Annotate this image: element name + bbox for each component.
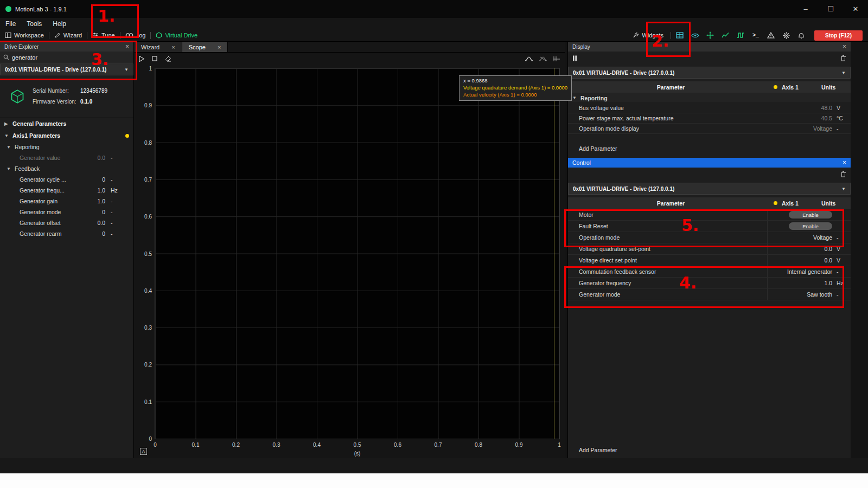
- tune-button[interactable]: Tune: [87, 32, 120, 38]
- row-operation-mode-display[interactable]: Operation mode display Voltage -: [568, 124, 851, 134]
- general-parameters-label: General Parameters: [12, 120, 66, 127]
- warning-icon[interactable]: [764, 30, 777, 40]
- menu-file[interactable]: File: [0, 20, 21, 28]
- drive-explorer-header: Drive Explorer ×: [0, 42, 133, 52]
- close-button[interactable]: ✕: [843, 0, 868, 18]
- scope-cursor-line: [554, 68, 554, 439]
- terminal-icon[interactable]: >_: [749, 30, 762, 40]
- row-commutation-feedback-sensor[interactable]: Commutation feedback sensor Internal gen…: [568, 266, 851, 278]
- drive-select-dropdown[interactable]: 0x01 VIRTUAL-DRIVE - Drive (127.0.0.1) ▼: [0, 63, 133, 75]
- param-generator-frequency[interactable]: Generator frequ... 1.0 Hz: [0, 185, 133, 196]
- clear-eraser-icon[interactable]: [165, 56, 171, 62]
- table-widget-icon[interactable]: [673, 30, 686, 40]
- chevron-down-icon: ▼: [572, 95, 577, 100]
- wizard-pen-icon: [54, 32, 61, 38]
- x-tick: 0.7: [435, 442, 442, 448]
- control-widget-header[interactable]: Control ×: [568, 158, 851, 168]
- row-bus-voltage-value[interactable]: Bus voltage value 48.0 V: [568, 103, 851, 113]
- minimize-button[interactable]: –: [793, 0, 818, 18]
- scope-chart-icon[interactable]: [719, 30, 732, 40]
- jog-button[interactable]: Jog: [120, 32, 151, 38]
- scope-toolbar: [135, 53, 565, 65]
- menu-help[interactable]: Help: [47, 20, 72, 28]
- pause-icon[interactable]: [572, 55, 577, 61]
- tune-sliders-icon: [92, 32, 99, 38]
- search-icon: [3, 54, 9, 60]
- row-power-stage-temperature[interactable]: Power stage max. actual temperature 40.5…: [568, 113, 851, 124]
- tab-wizard-close-icon[interactable]: ×: [171, 44, 175, 50]
- param-generator-gain[interactable]: Generator gain 1.0 -: [0, 196, 133, 207]
- workspace-button[interactable]: Workspace: [0, 32, 49, 38]
- tree-general-parameters[interactable]: ▶ General Parameters: [0, 118, 133, 130]
- control-drive-dropdown[interactable]: 0x01 VIRTUAL-DRIVE - Drive (127.0.0.1) ▼: [568, 183, 851, 195]
- bell-icon[interactable]: [795, 30, 808, 40]
- reporting-group-label: Reporting: [15, 144, 40, 150]
- drive-explorer-close-icon[interactable]: ×: [125, 43, 129, 50]
- display-table-header: Parameter Axis 1 Units: [568, 81, 851, 93]
- drive-info-rows: Serial Number: 123456789 Firmware Versio…: [33, 88, 107, 105]
- trash-icon[interactable]: [840, 171, 846, 177]
- tree-feedback-group[interactable]: ▼ Feedback: [0, 163, 133, 174]
- tab-scope-close-icon[interactable]: ×: [218, 44, 221, 50]
- tab-bar: Wizard × Scope ×: [135, 42, 565, 53]
- x-tick: 0.5: [354, 442, 361, 448]
- tab-wizard[interactable]: Wizard ×: [135, 42, 182, 52]
- x-tick: 1: [558, 442, 561, 448]
- row-generator-mode[interactable]: Generator mode Saw tooth -: [568, 289, 851, 300]
- wizard-button[interactable]: Wizard: [49, 32, 87, 38]
- row-voltage-quadrature-setpoint[interactable]: Voltage quadrature set-point 0.0 V: [568, 243, 851, 255]
- scope-plot[interactable]: 1 0.9 0.8 0.7 0.6 0.5 0.4 0.3 0.2 0.1 0 …: [155, 68, 560, 439]
- row-voltage-direct-setpoint[interactable]: Voltage direct set-point 0.0 V: [568, 255, 851, 266]
- display-add-parameter-button[interactable]: Add Parameter: [568, 144, 851, 153]
- param-generator-mode[interactable]: Generator mode 0 -: [0, 207, 133, 217]
- row-generator-frequency[interactable]: Generator frequency 1.0 Hz: [568, 278, 851, 289]
- motor-enable-button[interactable]: Enable: [789, 211, 832, 219]
- tab-scope[interactable]: Scope ×: [182, 42, 228, 52]
- jog-label: Jog: [136, 32, 146, 38]
- tree-reporting-group[interactable]: ▼ Reporting: [0, 142, 133, 152]
- virtual-drive-button[interactable]: Virtual Drive: [151, 32, 202, 38]
- column-axis1: Axis 1: [774, 200, 821, 207]
- move-jog-pad-icon[interactable]: [704, 30, 717, 40]
- trace-curve-icon[interactable]: [525, 56, 533, 62]
- display-close-icon[interactable]: ×: [843, 43, 846, 50]
- control-close-icon[interactable]: ×: [843, 159, 846, 166]
- stop-f12-button[interactable]: Stop (F12): [814, 30, 863, 41]
- tune-label: Tune: [101, 32, 115, 38]
- axis1-status-dot: [125, 134, 129, 138]
- play-icon[interactable]: [139, 56, 144, 62]
- workspace-icon: [5, 32, 11, 38]
- param-generator-cycle[interactable]: Generator cycle ... 0 -: [0, 174, 133, 185]
- menu-tools[interactable]: Tools: [21, 20, 47, 28]
- y-tick: 0.8: [144, 139, 152, 145]
- serial-number-row: Serial Number: 123456789: [33, 88, 107, 94]
- maximize-button[interactable]: ☐: [818, 0, 843, 18]
- gear-icon[interactable]: [780, 30, 793, 40]
- chevron-right-icon: ▶: [4, 121, 9, 126]
- column-units: Units: [821, 200, 851, 207]
- x-tick: 0: [154, 442, 157, 448]
- axes-settings-icon[interactable]: [553, 56, 560, 62]
- eye-watch-icon[interactable]: [688, 30, 701, 40]
- stop-record-icon[interactable]: [152, 56, 157, 61]
- display-reporting-group[interactable]: ▼ Reporting: [568, 93, 851, 103]
- y-tick: 0.4: [144, 287, 152, 293]
- control-add-parameter-button[interactable]: Add Parameter: [568, 445, 851, 455]
- fault-reset-enable-button[interactable]: Enable: [789, 222, 832, 230]
- param-generator-offset[interactable]: Generator offset 0.0 -: [0, 217, 133, 228]
- menu-bar: File Tools Help: [0, 18, 868, 29]
- chevron-down-icon: ▼: [841, 70, 846, 75]
- row-operation-mode[interactable]: Operation mode Voltage -: [568, 232, 851, 243]
- square-wave-icon[interactable]: [734, 30, 747, 40]
- param-generator-rearm[interactable]: Generator rearm 0 -: [0, 228, 133, 239]
- display-drive-dropdown[interactable]: 0x01 VIRTUAL-DRIVE - Drive (127.0.0.1) ▼: [568, 67, 851, 79]
- param-generator-value[interactable]: Generator value 0.0 -: [0, 152, 133, 163]
- trash-icon[interactable]: [840, 55, 846, 61]
- display-toolbar: [568, 53, 851, 63]
- search-input[interactable]: [12, 54, 130, 61]
- widgets-button[interactable]: Widgets: [628, 32, 668, 38]
- tree-axis1-parameters[interactable]: ▼ Axis1 Parameters: [0, 130, 133, 142]
- column-parameter: Parameter: [568, 200, 774, 207]
- multi-trace-icon[interactable]: [539, 56, 547, 62]
- row-fault-reset: Fault Reset Enable: [568, 221, 851, 232]
